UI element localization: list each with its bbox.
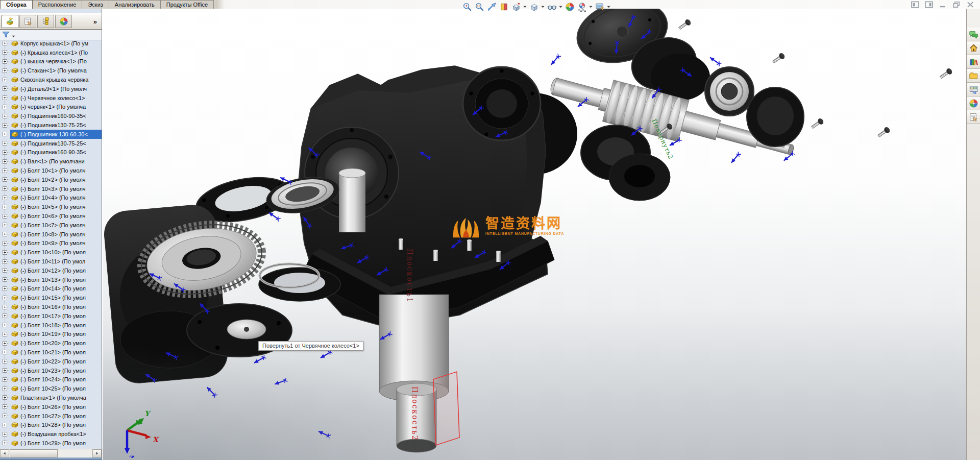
expand-icon[interactable] [3, 123, 7, 128]
view-orientation-button[interactable] [510, 1, 522, 12]
tree-item-content[interactable]: (-) Болт 10<2> (По умолч [10, 175, 102, 184]
expand-icon[interactable] [3, 423, 7, 427]
file-explorer-button[interactable] [967, 69, 980, 83]
view-palette-button[interactable] [967, 83, 980, 96]
expand-icon[interactable] [3, 186, 7, 191]
output-shaft[interactable] [379, 295, 459, 452]
tree-item-26[interactable]: (-) Болт 10<12> (По умол [0, 266, 102, 275]
expand-icon[interactable] [3, 168, 7, 173]
expand-icon[interactable] [3, 214, 7, 219]
expand-icon[interactable] [3, 359, 7, 364]
tree-item-36[interactable]: (-) Болт 10<22> (По умол [0, 357, 102, 366]
tree-item-10[interactable]: (-) Подшипник130-75-25< [0, 120, 102, 130]
tree-item-44[interactable]: (-) Воздушная пробка<1> [0, 429, 102, 439]
expand-icon[interactable] [3, 50, 7, 55]
bolt[interactable] [772, 53, 786, 65]
tree-item-content[interactable]: (-) Болт 10<29> (По умол [10, 439, 102, 448]
ribbon-tab-1[interactable]: Сборка [0, 0, 33, 9]
tree-item-15[interactable]: (-) Болт 10<1> (По умолч [0, 166, 102, 175]
tree-item-30[interactable]: (-) Болт 10<16> (По умол [0, 302, 102, 311]
expand-icon[interactable] [3, 59, 7, 64]
bolt[interactable] [678, 19, 692, 31]
expand-icon[interactable] [3, 250, 7, 255]
tree-item-content[interactable]: (-) Червячное колесо<1> [10, 93, 102, 103]
collapse-right-pane-button[interactable] [924, 1, 934, 8]
tree-item-3[interactable]: (-) кышка червчка<1> (По [0, 57, 102, 66]
bolt[interactable] [811, 118, 824, 130]
tree-item-content[interactable]: (-) Болт 10<16> (По умол [10, 302, 102, 311]
expand-icon[interactable] [3, 232, 7, 236]
tree-horizontal-scrollbar[interactable] [0, 449, 102, 457]
tree-item-45[interactable]: (-) Болт 10<29> (По умол [0, 439, 102, 448]
tree-item-content[interactable]: (-) Подшипник160-90-35< [10, 111, 102, 120]
expand-icon[interactable] [3, 432, 7, 437]
expand-icon[interactable] [3, 323, 7, 327]
tree-item-content[interactable]: (-) кышка червчка<1> (По [10, 57, 102, 66]
display-style-dropdown-caret[interactable] [540, 1, 545, 12]
panel-overflow-chevron[interactable]: » [93, 18, 100, 26]
tree-item-42[interactable]: (-) Болт 10<27> (По умол [0, 411, 102, 421]
apply-scene-button[interactable] [576, 1, 588, 12]
tree-item-content[interactable]: (-) Крышка колеса<1> (По [10, 48, 102, 57]
worm-shaft-assembly[interactable] [546, 9, 804, 201]
custom-properties-button[interactable] [967, 110, 980, 124]
tree-item-content[interactable]: (-) Подшипник160-90-35< [10, 148, 102, 157]
tree-item-content[interactable]: (-) Болт 10<12> (По умол [10, 266, 102, 275]
expand-icon[interactable] [3, 404, 7, 409]
view-orientation-dropdown-caret[interactable] [522, 1, 527, 12]
zoom-selection-button[interactable] [485, 1, 498, 12]
minimize-button[interactable] [938, 1, 947, 8]
close-button[interactable] [965, 1, 975, 8]
expand-icon[interactable] [3, 305, 7, 309]
tree-item-content[interactable]: (-) Болт 10<10> (По умол [10, 248, 102, 257]
expand-icon[interactable] [3, 259, 7, 264]
section-view-button[interactable] [498, 1, 510, 12]
tree-item-33[interactable]: (-) Болт 10<19> (По умол [0, 330, 102, 339]
zoom-area-button[interactable] [473, 1, 485, 12]
tree-item-content[interactable]: (-) Болт 10<26> (По умол [10, 402, 102, 411]
tree-item-content[interactable]: Пластина<1> (По умолча [10, 393, 102, 402]
appearances-scenes-button[interactable] [967, 96, 980, 110]
tree-item-content[interactable]: (-) Болт 10<13> (По умол [10, 275, 102, 284]
property-manager-tab[interactable] [19, 15, 36, 28]
tree-item-content[interactable]: (-) Болт 10<28> (По умол [10, 420, 102, 429]
hide-show-items-button[interactable] [546, 1, 558, 12]
tree-item-41[interactable]: (-) Болт 10<26> (По умол [0, 402, 102, 411]
view-settings-dropdown-caret[interactable] [606, 1, 611, 12]
expand-icon[interactable] [3, 114, 7, 118]
expand-icon[interactable] [3, 78, 7, 82]
expand-icon[interactable] [3, 350, 7, 354]
tree-item-content[interactable]: Корпус крышка<1> (По ум [10, 39, 102, 48]
tree-item-6[interactable]: (-) Деталь9<1> (По умолч [0, 84, 102, 93]
expand-icon[interactable] [3, 277, 7, 282]
tree-item-content[interactable]: (-) Болт 10<8> (По умолч [10, 230, 102, 239]
tree-item-content[interactable]: (-) Болт 10<9> (По умолч [10, 239, 102, 248]
bolt[interactable] [877, 127, 891, 139]
tree-item-39[interactable]: (-) Болт 10<25> (По умол [0, 384, 102, 393]
tree-item-content[interactable]: (-) Воздушная пробка<1> [10, 429, 102, 439]
tree-item-22[interactable]: (-) Болт 10<8> (По умолч [0, 230, 102, 239]
expand-icon[interactable] [3, 241, 7, 246]
tree-item-content[interactable]: (-) Болт 10<14> (По умол [10, 284, 102, 294]
tree-item-9[interactable]: (-) Подшипник160-90-35< [0, 111, 102, 120]
tree-item-16[interactable]: (-) Болт 10<2> (По умолч [0, 175, 102, 184]
tree-item-content[interactable]: (-) Болт 10<22> (По умол [10, 357, 102, 366]
tree-item-17[interactable]: (-) Болт 10<3> (По умолч [0, 184, 102, 193]
tree-item-content[interactable]: (-) Болт 10<15> (По умол [10, 293, 102, 302]
zoom-fit-button[interactable] [461, 1, 473, 12]
tree-item-content[interactable]: (-) Вал<1> (По умолчани [10, 157, 102, 166]
expand-icon[interactable] [3, 177, 7, 182]
forum-button[interactable] [967, 28, 980, 41]
tree-item-34[interactable]: (-) Болт 10<20> (По умол [0, 338, 102, 348]
tree-item-40[interactable]: Пластина<1> (По умолча [0, 393, 102, 402]
hide-show-items-dropdown-caret[interactable] [558, 1, 563, 12]
expand-icon[interactable] [3, 105, 7, 109]
expand-icon[interactable] [3, 341, 7, 346]
feature-tree[interactable]: Корпус крышка<1> (По ум(-) Крышка колеса… [0, 38, 102, 449]
tree-item-content[interactable]: (-) Болт 10<18> (По умол [10, 321, 102, 330]
display-style-button[interactable] [528, 1, 540, 12]
expand-icon[interactable] [3, 377, 7, 382]
tree-item-18[interactable]: (-) Болт 10<4> (По умолч [0, 193, 102, 203]
expand-icon[interactable] [3, 286, 7, 291]
expand-icon[interactable] [3, 95, 7, 100]
